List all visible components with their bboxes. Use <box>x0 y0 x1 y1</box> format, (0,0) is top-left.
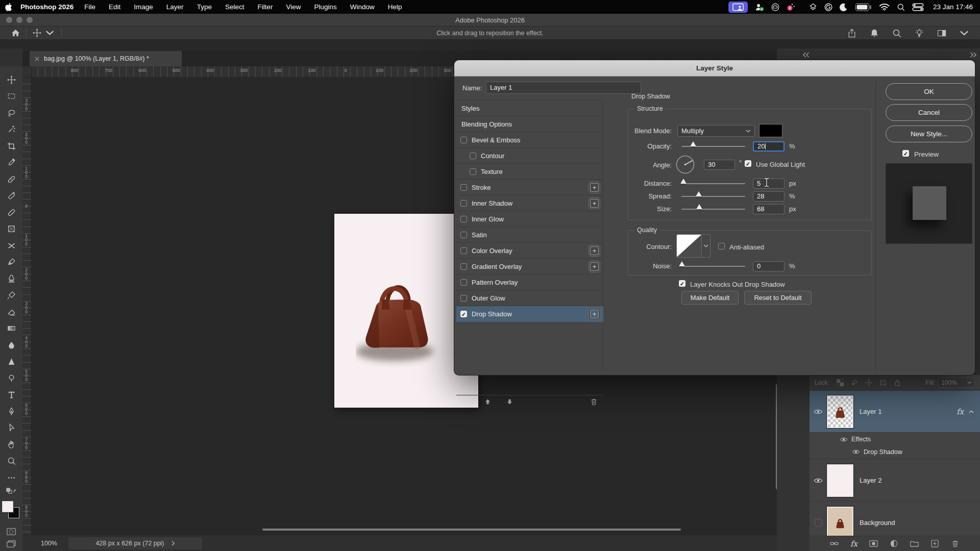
move-effect-up-icon[interactable] <box>484 398 491 405</box>
layer1-thumbnail[interactable] <box>827 395 853 428</box>
distance-slider-thumb[interactable] <box>680 179 687 184</box>
distance-slider[interactable] <box>681 183 745 184</box>
style-item-pattern-overlay[interactable]: Pattern Overlay <box>456 274 603 290</box>
moon-icon[interactable] <box>840 3 848 11</box>
tab-close-icon[interactable] <box>35 57 39 61</box>
tool-eraser[interactable] <box>0 305 22 318</box>
wifi-icon[interactable] <box>879 3 890 11</box>
add-effect-instance-button[interactable]: + <box>590 262 599 271</box>
screen-mirroring-icon[interactable] <box>728 2 748 13</box>
menu-image[interactable]: Image <box>127 3 160 11</box>
tool-lasso[interactable] <box>0 106 22 119</box>
foreground-color-swatch[interactable] <box>2 501 13 512</box>
plus-square-icon[interactable] <box>930 540 939 547</box>
new-style-button[interactable]: New Style... <box>886 126 972 142</box>
quick-mask-button[interactable] <box>0 528 22 536</box>
folder-icon[interactable] <box>910 540 919 547</box>
add-effect-fx-icon[interactable]: fx <box>462 398 469 406</box>
collapse-effects-icon[interactable] <box>969 410 974 413</box>
style-checkbox[interactable] <box>460 200 467 207</box>
add-effect-instance-button[interactable]: + <box>590 310 599 318</box>
size-slider[interactable] <box>681 209 745 210</box>
tool-frame[interactable] <box>0 222 22 236</box>
tool-rectangular-marquee[interactable] <box>0 90 22 103</box>
effects-eye-icon[interactable] <box>836 437 851 442</box>
move-effect-down-icon[interactable] <box>506 398 513 405</box>
workspace-chevron-icon[interactable] <box>960 29 969 38</box>
tool-dodge[interactable] <box>0 371 22 385</box>
spread-slider[interactable] <box>681 196 745 197</box>
style-checkbox[interactable] <box>460 247 467 254</box>
screen-mode-button[interactable] <box>0 540 22 548</box>
menu-file[interactable]: File <box>78 3 102 11</box>
layer-fx-icon[interactable]: fx <box>850 539 857 548</box>
size-value-input[interactable]: 68 <box>753 204 785 214</box>
style-item-inner-glow[interactable]: Inner Glow <box>456 211 603 227</box>
make-default-button[interactable]: Make Default <box>681 291 739 305</box>
effects-header-row[interactable]: Effects <box>810 433 980 446</box>
spread-value-input[interactable]: 28 <box>753 191 785 202</box>
add-effect-instance-button[interactable]: + <box>590 246 599 255</box>
document-tab[interactable]: bag.jpg @ 100% (Layer 1, RGB/8#) * <box>30 51 182 66</box>
tool-move[interactable] <box>0 73 22 86</box>
menu-view[interactable]: View <box>279 3 307 11</box>
layer-name[interactable]: Layer 1 <box>860 408 881 415</box>
layer-row-layer1[interactable]: Layer 1 fx <box>810 391 980 433</box>
workspace-switcher-icon[interactable] <box>937 29 946 38</box>
layer-name[interactable]: Background <box>860 519 895 527</box>
style-item-bevel-emboss[interactable]: Bevel & Emboss <box>456 132 603 148</box>
battery-icon[interactable] <box>855 3 872 11</box>
expand-tools-panel[interactable] <box>0 48 22 66</box>
opacity-value-input[interactable]: 20 <box>753 141 785 152</box>
style-item-contour[interactable]: Contour <box>456 148 603 164</box>
style-item-stroke[interactable]: Stroke+ <box>456 180 603 195</box>
lock-lock-icon[interactable] <box>894 379 901 386</box>
style-checkbox[interactable] <box>460 216 467 222</box>
fill-value-dropdown[interactable]: 100% <box>938 378 975 388</box>
tool-blur[interactable] <box>0 338 22 352</box>
menu-select[interactable]: Select <box>218 3 251 11</box>
zoom-level[interactable]: 100% <box>41 540 57 547</box>
style-item-inner-shadow[interactable]: Inner Shadow+ <box>456 195 603 211</box>
grammarly-icon[interactable] <box>824 3 832 11</box>
lock-brush-icon[interactable] <box>851 379 858 386</box>
blend-mode-select[interactable]: Multiply <box>677 125 755 137</box>
menu-edit[interactable]: Edit <box>102 3 127 11</box>
tool-history-brush[interactable] <box>0 289 22 302</box>
style-item-blending-options[interactable]: Blending Options <box>456 116 603 132</box>
reset-to-default-button[interactable]: Reset to Default <box>744 291 812 305</box>
style-item-outer-glow[interactable]: Outer Glow <box>456 290 603 306</box>
drop-shadow-eye-icon[interactable] <box>848 449 864 455</box>
tool-healing-brush[interactable] <box>0 189 22 203</box>
search-icon[interactable] <box>897 3 905 11</box>
chain-icon[interactable] <box>830 540 839 547</box>
delete-effect-trash-icon[interactable] <box>591 398 597 406</box>
horizontal-scrollbar[interactable] <box>262 529 681 531</box>
search-icon[interactable] <box>892 29 901 38</box>
tool-spot-healing-brush[interactable] <box>0 172 22 186</box>
tool-brush[interactable] <box>0 256 22 269</box>
menu-clock[interactable]: 23 Jan 17:46 <box>933 3 973 11</box>
tool-zoom[interactable] <box>0 455 22 468</box>
creative-cloud-icon[interactable] <box>771 3 779 11</box>
layer-name-input[interactable]: Layer 1 <box>486 82 641 94</box>
style-checkbox[interactable] <box>460 232 467 238</box>
lock-frame-icon[interactable] <box>879 379 887 386</box>
style-item-satin[interactable]: Satin <box>456 227 603 243</box>
control-center-icon[interactable] <box>912 3 924 11</box>
layer-row-layer2[interactable]: Layer 2 <box>810 460 980 502</box>
contour-picker[interactable] <box>676 234 702 258</box>
swap-colors-icon[interactable] <box>0 488 22 498</box>
tool-pen[interactable] <box>0 405 22 418</box>
trash-icon[interactable] <box>951 540 960 547</box>
tool-patch[interactable] <box>0 206 22 219</box>
style-checkbox[interactable] <box>460 184 467 191</box>
tool-clone-stamp[interactable] <box>0 272 22 285</box>
ok-button[interactable]: OK <box>886 83 972 100</box>
layer2-thumbnail[interactable] <box>827 464 853 497</box>
collapse-panels-icon[interactable] <box>802 51 810 60</box>
style-item-drop-shadow[interactable]: ✓Drop Shadow+ <box>456 306 603 322</box>
angle-value-input[interactable]: 30 <box>704 160 735 170</box>
style-checkbox[interactable] <box>470 168 476 175</box>
tool-crop[interactable] <box>0 139 22 153</box>
